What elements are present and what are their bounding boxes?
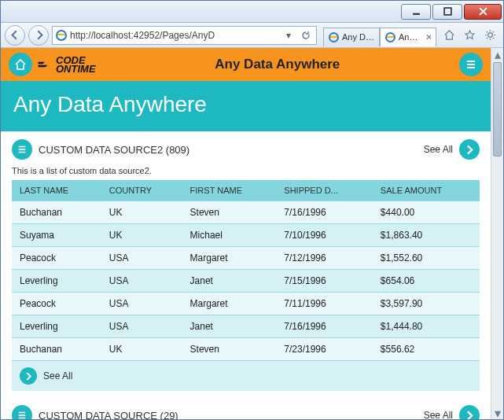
table-cell: $1,552.60	[373, 247, 480, 270]
table-row[interactable]: PeacockUSAMargaret7/11/1996$3,597.90	[12, 293, 480, 315]
table-header-row: LAST NAME COUNTRY FIRST NAME SHIPPED D..…	[12, 180, 480, 201]
table-cell: Janet	[182, 270, 277, 293]
url-dropdown-icon[interactable]: ▾	[281, 30, 296, 41]
back-button[interactable]	[5, 25, 25, 46]
svg-point-2	[487, 33, 492, 38]
menu-button[interactable]	[459, 53, 483, 76]
tab-label: Any D...	[399, 32, 421, 42]
logo-wing-icon	[37, 59, 53, 70]
logo: CODE ONTIME	[37, 56, 96, 73]
section-title: CUSTOM DATA SOURCE (29)	[39, 410, 418, 420]
see-all-button[interactable]	[459, 405, 480, 419]
vertical-scrollbar[interactable]: ▴ ▾	[491, 48, 503, 419]
col-last-name[interactable]: LAST NAME	[12, 180, 101, 201]
section-custom-data-source2: CUSTOM DATA SOURCE2 (809) See All This i…	[1, 131, 491, 391]
scroll-down-icon[interactable]: ▾	[491, 407, 503, 419]
tab-close-icon[interactable]: ✕	[425, 32, 431, 42]
table-cell: $1,444.80	[373, 315, 480, 338]
browser-right-icons	[440, 26, 499, 45]
table-row[interactable]: SuyamaUKMichael7/10/1996$1,863.40	[12, 224, 480, 247]
ie-icon	[329, 32, 339, 42]
col-country[interactable]: COUNTRY	[101, 180, 182, 201]
ie-icon	[56, 30, 67, 41]
table-cell: Buchanan	[12, 338, 101, 361]
section-menu-button[interactable]	[12, 139, 32, 160]
tools-icon[interactable]	[480, 26, 499, 45]
table-cell: 7/16/1996	[276, 201, 373, 224]
window-minimize-button[interactable]	[401, 4, 431, 20]
scroll-up-icon[interactable]: ▴	[491, 48, 503, 61]
table-cell: Peacock	[12, 247, 101, 270]
tab-label: Any Data...	[342, 32, 374, 42]
table-cell: Margaret	[182, 247, 277, 270]
app-header: CODE ONTIME Any Data Anywhere	[1, 48, 491, 81]
table-cell: UK	[101, 201, 182, 224]
browser-tabs: Any Data... Any D... ✕	[323, 24, 436, 46]
table-cell: Michael	[182, 224, 277, 247]
table-row[interactable]: BuchananUKSteven7/16/1996$440.00	[12, 201, 480, 224]
table-cell: USA	[101, 270, 182, 293]
page-viewport: CODE ONTIME Any Data Anywhere Any Data A…	[1, 48, 503, 419]
see-all-row[interactable]: See All	[12, 360, 480, 391]
home-icon[interactable]	[440, 26, 458, 45]
page-title: Any Data Anywhere	[1, 81, 491, 131]
data-table: LAST NAME COUNTRY FIRST NAME SHIPPED D..…	[12, 180, 480, 360]
table-cell: 7/16/1996	[276, 315, 373, 338]
table-row[interactable]: LeverlingUSAJanet7/15/1996$654.06	[12, 270, 480, 293]
favorites-icon[interactable]	[460, 26, 479, 45]
table-cell: $654.06	[373, 270, 480, 293]
section-title: CUSTOM DATA SOURCE2 (809)	[39, 144, 418, 156]
col-sale-amount[interactable]: SALE AMOUNT	[373, 180, 480, 201]
section-menu-button[interactable]	[12, 405, 32, 419]
see-all-footer-label: See All	[43, 370, 72, 381]
table-cell: Margaret	[182, 293, 277, 315]
table-cell: $556.62	[373, 338, 480, 361]
table-row[interactable]: PeacockUSAMargaret7/12/1996$1,552.60	[12, 247, 480, 270]
see-all-label[interactable]: See All	[424, 410, 453, 419]
home-button[interactable]	[9, 53, 32, 76]
table-cell: 7/23/1996	[276, 338, 373, 361]
table-cell: Suyama	[12, 224, 101, 247]
col-shipped-date[interactable]: SHIPPED D...	[276, 180, 373, 201]
table-cell: UK	[101, 224, 182, 247]
table-cell: Peacock	[12, 293, 101, 315]
table-cell: Leverling	[12, 270, 101, 293]
window-titlebar	[1, 1, 503, 23]
window-close-button[interactable]	[464, 4, 502, 20]
table-cell: 7/11/1996	[276, 293, 373, 315]
see-all-label[interactable]: See All	[424, 144, 453, 155]
browser-toolbar: ▾ Any Data... Any D... ✕	[1, 23, 503, 48]
table-cell: Steven	[182, 338, 277, 361]
window: ▾ Any Data... Any D... ✕	[0, 0, 504, 420]
table-cell: Janet	[182, 315, 277, 338]
browser-tab[interactable]: Any Data...	[323, 28, 380, 46]
address-bar[interactable]: ▾	[52, 26, 317, 45]
table-cell: USA	[101, 247, 182, 270]
scroll-thumb[interactable]	[493, 62, 502, 157]
logo-text-2: ONTIME	[56, 64, 96, 73]
forward-button[interactable]	[28, 25, 49, 46]
section-description: This is a list of custom data source2.	[12, 160, 480, 180]
table-cell: $440.00	[373, 201, 480, 224]
window-maximize-button[interactable]	[432, 4, 462, 20]
url-input[interactable]	[70, 30, 278, 41]
table-cell: 7/12/1996	[276, 247, 373, 270]
table-row[interactable]: BuchananUKSteven7/23/1996$556.62	[12, 338, 480, 361]
table-cell: Leverling	[12, 315, 101, 338]
app-title: Any Data Anywhere	[96, 57, 459, 72]
see-all-button[interactable]	[459, 139, 480, 160]
refresh-icon[interactable]	[299, 31, 313, 40]
svg-rect-1	[444, 8, 451, 15]
section-custom-data-source: CUSTOM DATA SOURCE (29) See All	[1, 391, 491, 419]
browser-tab-active[interactable]: Any D... ✕	[380, 28, 436, 46]
svg-rect-0	[413, 13, 420, 15]
section-header: CUSTOM DATA SOURCE (29) See All	[12, 405, 480, 419]
table-cell: 7/15/1996	[276, 270, 373, 293]
ie-icon	[385, 32, 395, 42]
table-cell: Steven	[182, 201, 277, 224]
table-cell: Buchanan	[12, 201, 101, 224]
table-cell: $1,863.40	[373, 224, 480, 247]
col-first-name[interactable]: FIRST NAME	[182, 180, 277, 201]
table-row[interactable]: LeverlingUSAJanet7/16/1996$1,444.80	[12, 315, 480, 338]
table-cell: UK	[101, 338, 182, 361]
